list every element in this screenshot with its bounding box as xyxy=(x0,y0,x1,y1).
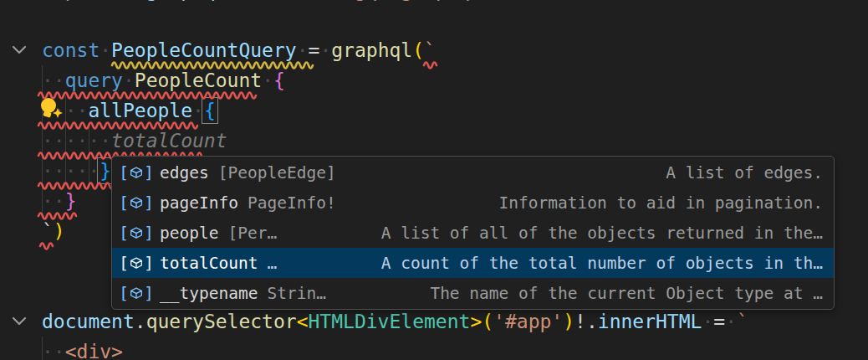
code-token: import xyxy=(42,0,111,1)
suggestion-detail: The name of the current Object type at … xyxy=(430,284,823,303)
code-token: . xyxy=(135,311,146,332)
code-token: } xyxy=(65,190,77,212)
cube-glyph xyxy=(130,257,143,270)
code-token: document xyxy=(42,311,135,332)
code-token: ·· xyxy=(42,341,65,360)
code-token: · xyxy=(135,0,146,1)
code-token: ! xyxy=(574,311,586,332)
code-token: · xyxy=(250,0,262,1)
code-token: querySelector xyxy=(146,311,297,332)
suggestion-detail: A count of the total number of objects i… xyxy=(381,254,823,273)
code-token: allPeople xyxy=(88,100,192,121)
code-token: · xyxy=(319,39,331,61)
code-token: totalCount xyxy=(111,130,227,152)
line-div-clipped[interactable]: ··<div> xyxy=(42,337,123,360)
suggestion-type: Strin… xyxy=(268,284,326,303)
code-token: ) xyxy=(563,311,574,332)
code-token: PeopleCount xyxy=(135,69,262,91)
code-token: from xyxy=(262,0,308,1)
code-token: · xyxy=(262,69,273,91)
line-allpeople[interactable]: ····allPeople·{ xyxy=(42,95,216,126)
fold-chevron-icon[interactable] xyxy=(12,45,27,55)
line-backtick-paren[interactable]: `) xyxy=(42,216,65,246)
code-token: const xyxy=(42,39,100,61)
suggestion-item-totalCount[interactable]: []totalCount…A count of the total number… xyxy=(112,248,834,278)
code-token: ` xyxy=(737,311,748,332)
suggestion-label: edges xyxy=(160,163,209,183)
code-token: · xyxy=(100,39,111,61)
code-token: · xyxy=(227,0,239,1)
line-close-brace-inner[interactable]: ·····} xyxy=(42,156,111,186)
field-icon: [] xyxy=(119,224,154,241)
code-token: innerHTML xyxy=(598,311,702,332)
cube-glyph xyxy=(130,167,143,179)
suggestion-item-pageInfo[interactable]: []pageInfoPageInfo!Information to aid in… xyxy=(112,188,834,218)
code-token: { xyxy=(123,0,135,1)
code-token: ····· xyxy=(42,160,100,182)
suggestion-type: PageInfo! xyxy=(248,193,336,213)
code-token: ` xyxy=(424,39,436,61)
suggestion-type: … xyxy=(268,254,278,273)
autocomplete-dropdown[interactable]: []edges[PeopleEdge]A list of edges.[]pag… xyxy=(111,156,835,310)
line-import-clipped[interactable]: import·{·graphql·}·from·'./gql/graphql' xyxy=(42,0,493,5)
code-token: ( xyxy=(482,311,493,332)
code-token: '#app' xyxy=(493,311,563,332)
cube-glyph xyxy=(130,287,143,300)
code-token: ( xyxy=(412,39,424,61)
line-const-declaration[interactable]: const·PeopleCountQuery·=·graphql(` xyxy=(42,35,436,65)
code-token: · xyxy=(702,311,713,332)
code-token: · xyxy=(123,69,135,91)
suggestion-type: [Per… xyxy=(228,224,278,243)
cube-glyph xyxy=(130,227,143,239)
suggestion-item-edges[interactable]: []edges[PeopleEdge]A list of edges. xyxy=(112,157,834,188)
code-token: = xyxy=(309,39,320,61)
code-token: ` xyxy=(42,220,54,242)
suggestion-item-__typename[interactable]: []__typenameStrin…The name of the curren… xyxy=(112,278,834,308)
code-token: · xyxy=(111,0,123,1)
code-token: ······ xyxy=(42,130,111,152)
code-token: <div> xyxy=(65,341,123,360)
code-token: · xyxy=(725,311,737,332)
code-token: ·· xyxy=(42,69,65,91)
code-token: HTMLDivElement xyxy=(309,311,471,332)
suggestion-item-people[interactable]: []people[Per…A list of all of the object… xyxy=(112,218,834,248)
code-token: < xyxy=(297,311,309,332)
suggestion-type: [PeopleEdge] xyxy=(218,163,336,183)
code-token: = xyxy=(713,311,725,332)
code-editor[interactable]: import·{·graphql·}·from·'./gql/graphql'c… xyxy=(0,0,868,360)
code-token: { xyxy=(273,69,285,91)
suggestion-detail: Information to aid in pagination. xyxy=(499,193,823,213)
field-icon: [] xyxy=(119,194,154,211)
suggestion-label: totalCount xyxy=(160,254,258,273)
code-token: · xyxy=(297,39,309,61)
code-token: } xyxy=(100,160,111,182)
field-icon: [] xyxy=(119,164,154,181)
field-icon: [] xyxy=(119,285,154,301)
suggestion-label: people xyxy=(160,224,218,243)
line-query-peoplecount[interactable]: ··query·PeopleCount·{ xyxy=(42,65,285,95)
cube-glyph xyxy=(130,197,143,209)
suggestion-label: pageInfo xyxy=(160,193,238,213)
suggestion-detail: A list of edges. xyxy=(666,163,823,183)
code-token: graphql xyxy=(146,0,227,1)
code-token: . xyxy=(586,311,598,332)
line-close-brace-outer[interactable]: ··} xyxy=(42,186,77,216)
code-token: './gql/graphql' xyxy=(319,0,493,1)
code-token: graphql xyxy=(331,39,412,61)
code-token: · xyxy=(309,0,320,1)
line-queryselector[interactable]: document.querySelector<HTMLDivElement>('… xyxy=(42,306,748,337)
code-token: · xyxy=(192,100,204,121)
code-token: PeopleCountQuery xyxy=(111,39,297,61)
suggestion-label: __typename xyxy=(160,284,258,303)
fold-chevron-icon[interactable] xyxy=(12,316,27,327)
field-icon: [] xyxy=(119,255,154,271)
code-token: } xyxy=(238,0,250,1)
line-ghost-totalcount[interactable]: ······totalCount xyxy=(42,126,227,156)
code-token: { xyxy=(204,100,216,121)
code-token: > xyxy=(470,311,482,332)
suggestion-detail: A list of all of the objects returned in… xyxy=(381,224,823,243)
quick-fix-lightbulb-icon[interactable] xyxy=(39,97,64,121)
code-token: query xyxy=(65,69,123,91)
code-token: ·· xyxy=(42,190,65,212)
code-token: ) xyxy=(54,220,65,242)
